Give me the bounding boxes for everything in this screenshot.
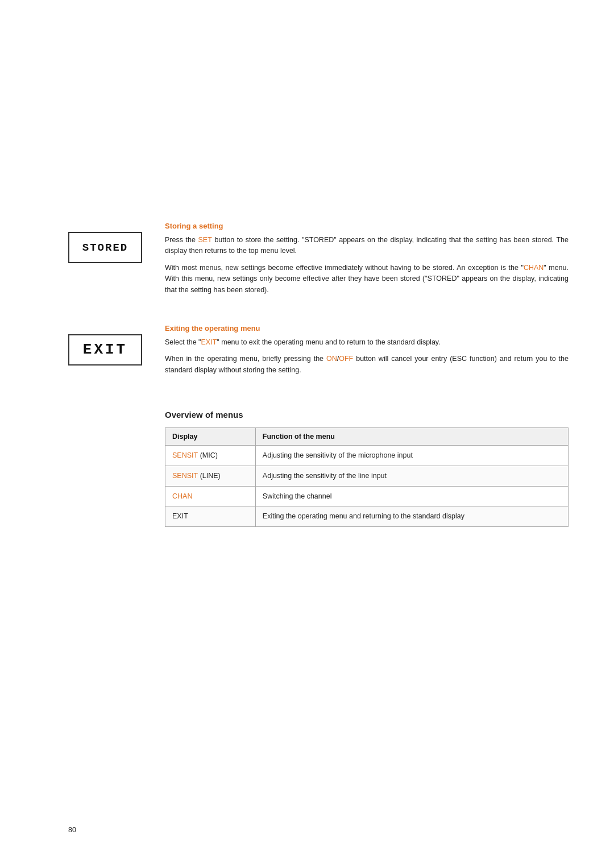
table-cell-function-1: Adjusting the sensitivity of the microph… <box>255 446 568 466</box>
table-row: EXIT Exiting the operating menu and retu… <box>165 506 569 527</box>
off-code: OFF <box>339 355 353 363</box>
exit-display-text: EXIT <box>83 341 127 358</box>
stored-display-text: STORED <box>82 242 128 254</box>
table-header-display: Display <box>165 428 256 446</box>
exiting-paragraph-2: When in the operating menu, briefly pres… <box>165 354 569 376</box>
exiting-text-block: Exiting the operating menu Select the "E… <box>165 324 569 381</box>
exiting-paragraph-1: Select the "EXIT" menu to exit the opera… <box>165 337 569 348</box>
table-cell-display-4: EXIT <box>165 506 256 527</box>
table-header-row: Display Function of the menu <box>165 428 569 446</box>
chan-code-table: CHAN <box>172 492 192 500</box>
on-code: ON <box>326 355 337 363</box>
table-cell-function-4: Exiting the operating menu and returning… <box>255 506 568 527</box>
content-area: STORED Storing a setting Press the SET b… <box>0 0 614 527</box>
exit-display-box: EXIT <box>68 334 142 366</box>
stored-display-box: STORED <box>68 232 142 263</box>
chan-code-storing: CHAN <box>524 264 544 272</box>
storing-paragraph-1: Press the SET button to store the settin… <box>165 235 569 257</box>
section-storing: STORED Storing a setting Press the SET b… <box>68 222 569 301</box>
page: STORED Storing a setting Press the SET b… <box>0 0 614 868</box>
table-row: CHAN Switching the channel <box>165 486 569 506</box>
table-cell-display-3: CHAN <box>165 486 256 506</box>
sensit-mic-code: SENSIT <box>172 451 198 459</box>
exit-code: EXIT <box>201 338 217 346</box>
table-row: SENSIT (MIC) Adjusting the sensitivity o… <box>165 446 569 466</box>
storing-heading: Storing a setting <box>165 222 569 230</box>
menu-table: Display Function of the menu SENSIT (MIC… <box>165 427 569 527</box>
overview-title: Overview of menus <box>165 410 569 420</box>
table-cell-display-2: SENSIT (LINE) <box>165 466 256 486</box>
table-cell-function-3: Switching the channel <box>255 486 568 506</box>
storing-paragraph-2: With most menus, new settings become eff… <box>165 263 569 296</box>
overview-section: Overview of menus Display Function of th… <box>165 410 569 527</box>
sensit-line-code: SENSIT <box>172 472 198 480</box>
table-cell-display-1: SENSIT (MIC) <box>165 446 256 466</box>
exiting-heading: Exiting the operating menu <box>165 324 569 333</box>
table-cell-function-2: Adjusting the sensitivity of the line in… <box>255 466 568 486</box>
section-exiting: EXIT Exiting the operating menu Select t… <box>68 324 569 381</box>
table-row: SENSIT (LINE) Adjusting the sensitivity … <box>165 466 569 486</box>
storing-text-block: Storing a setting Press the SET button t… <box>165 222 569 301</box>
set-code: SET <box>198 236 212 244</box>
table-header-function: Function of the menu <box>255 428 568 446</box>
page-number: 80 <box>68 826 76 834</box>
